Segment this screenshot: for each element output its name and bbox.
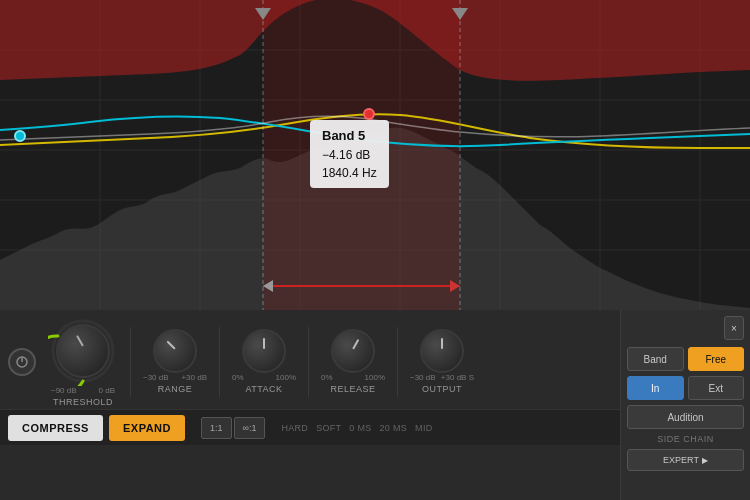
expand-button[interactable]: EXPAND (109, 415, 185, 441)
side-chain-label: SIDE CHAIN (627, 434, 744, 444)
in-button[interactable]: In (627, 376, 684, 400)
controls-main: −90 dB 0 dB THRESHOLD −30 dB +30 dB (0, 310, 750, 500)
ratio-inf-1-button[interactable]: ∞:1 (234, 417, 266, 439)
release-max: 100% (365, 373, 385, 382)
expert-button[interactable]: EXPERT ▶ (627, 449, 744, 471)
output-knob[interactable] (420, 329, 464, 373)
attack-knob[interactable] (242, 329, 286, 373)
ratio-buttons: 1:1 ∞:1 (201, 417, 265, 439)
release-knob[interactable] (331, 329, 375, 373)
threshold-min: −90 dB (51, 386, 77, 395)
output-max: +30 dB S (441, 373, 474, 382)
band-button[interactable]: Band (627, 347, 684, 371)
band-handle-cyan[interactable] (14, 130, 26, 142)
bottom-bar: COMPRESS EXPAND 1:1 ∞:1 HARD SOFT 0 ms 2… (0, 409, 620, 445)
ratio-1-1-button[interactable]: 1:1 (201, 417, 232, 439)
release-range-labels: 0% 100% (321, 373, 385, 382)
compress-button[interactable]: COMPRESS (8, 415, 103, 441)
plugin-container: Band 5 −4.16 dB 1840.4 Hz (0, 0, 750, 500)
controls-area: −90 dB 0 dB THRESHOLD −30 dB +30 dB (0, 310, 750, 500)
power-button[interactable] (8, 348, 36, 376)
bottom-labels: HARD SOFT 0 ms 20 ms MID (281, 423, 432, 433)
attack-min: 0% (232, 373, 244, 382)
eq-canvas (0, 0, 750, 310)
audition-button[interactable]: Audition (627, 405, 744, 429)
knobs-row: −90 dB 0 dB THRESHOLD −30 dB +30 dB (0, 310, 620, 409)
threshold-range-labels: −90 dB 0 dB (51, 386, 115, 395)
power-icon (15, 355, 29, 369)
v-divider-2 (219, 327, 220, 397)
right-panel: × Band Free In Ext Audition SIDE CHAIN (620, 310, 750, 500)
output-min: −30 dB (410, 373, 436, 382)
attack-group: 0% 100% ATTACK (232, 329, 296, 394)
ms2-label: 20 ms (380, 423, 408, 433)
in-ext-row: In Ext (627, 376, 744, 400)
range-knob[interactable] (153, 329, 197, 373)
controls-left: −90 dB 0 dB THRESHOLD −30 dB +30 dB (0, 310, 620, 500)
v-divider-3 (308, 327, 309, 397)
threshold-label: THRESHOLD (53, 397, 113, 407)
output-group: −30 dB +30 dB S OUTPUT (410, 329, 474, 394)
v-divider-4 (397, 327, 398, 397)
attack-range-labels: 0% 100% (232, 373, 296, 382)
release-min: 0% (321, 373, 333, 382)
ms-label: 0 ms (349, 423, 371, 433)
output-range-labels: −30 dB +30 dB S (410, 373, 474, 382)
expert-label: EXPERT (663, 455, 699, 465)
attack-hard-label: HARD (281, 423, 308, 433)
threshold-group: −90 dB 0 dB THRESHOLD (48, 316, 118, 407)
close-button[interactable]: × (724, 316, 744, 340)
output-label: OUTPUT (422, 384, 462, 394)
range-range-labels: −30 dB +30 dB (143, 373, 207, 382)
threshold-knob[interactable] (56, 324, 110, 378)
ext-button[interactable]: Ext (688, 376, 745, 400)
range-label: RANGE (158, 384, 193, 394)
band-handle-active[interactable] (363, 108, 375, 120)
release-group: 0% 100% RELEASE (321, 329, 385, 394)
band-free-row: Band Free (627, 347, 744, 371)
v-divider-1 (130, 327, 131, 397)
eq-display: Band 5 −4.16 dB 1840.4 Hz (0, 0, 750, 310)
attack-max: 100% (276, 373, 296, 382)
attack-label: ATTACK (245, 384, 282, 394)
expert-arrow-icon: ▶ (702, 456, 708, 465)
free-button[interactable]: Free (688, 347, 745, 371)
range-group: −30 dB +30 dB RANGE (143, 329, 207, 394)
mid-label: MID (415, 423, 432, 433)
range-max: +30 dB (181, 373, 207, 382)
release-soft-label: SOFT (316, 423, 341, 433)
release-label: RELEASE (330, 384, 375, 394)
threshold-max: 0 dB (99, 386, 115, 395)
range-min: −30 dB (143, 373, 169, 382)
